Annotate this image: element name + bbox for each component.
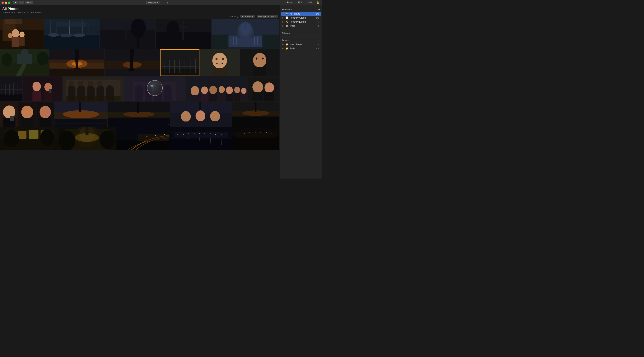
photo-cell[interactable] <box>186 76 247 102</box>
svg-rect-36 <box>179 26 187 28</box>
sidebar-item-recently-added[interactable]: ▶ 🕐 Recently Added 149 <box>281 16 321 20</box>
add-album-button[interactable]: + <box>318 32 320 34</box>
photo-cell[interactable] <box>0 76 22 102</box>
photo-cell[interactable] <box>105 49 160 76</box>
photo-cell[interactable] <box>124 76 186 102</box>
sidebar-item-all-photos[interactable]: ▶ 📷 All Photos 149 <box>281 12 321 16</box>
close-button[interactable] <box>2 2 4 4</box>
titlebar: ⬆ ← ⊞ ▾ Medium ▾ − + Library Edit Info 🔒 <box>0 0 322 5</box>
nav-back-button[interactable]: ← <box>19 1 24 4</box>
svg-rect-108 <box>78 81 83 86</box>
svg-point-52 <box>2 53 12 66</box>
zoom-plus-button[interactable]: + <box>166 1 169 4</box>
photo-cell[interactable] <box>50 49 104 76</box>
zoom-medium-button[interactable]: Medium ▾ <box>146 1 160 4</box>
svg-point-207 <box>188 134 189 134</box>
photo-cell[interactable] <box>44 19 99 49</box>
photo-cell[interactable] <box>200 49 239 76</box>
sidebar-divider <box>282 36 320 36</box>
sidebar-item-paris[interactable]: ▶ 📁 Paris 104 <box>281 46 321 50</box>
svg-point-223 <box>244 133 245 134</box>
svg-rect-7 <box>19 37 24 46</box>
svg-point-100 <box>32 82 41 91</box>
photo-cell[interactable] <box>100 19 155 49</box>
photo-cell[interactable] <box>18 102 36 127</box>
svg-point-167 <box>196 110 206 121</box>
sidebar-item-recently-edited[interactable]: ▶ ✏️ Recently Edited 7 <box>281 20 321 24</box>
photo-cell[interactable] <box>62 76 124 102</box>
photo-cell[interactable] <box>232 127 280 150</box>
sidebar-item-count: 0 <box>318 25 319 27</box>
svg-rect-30 <box>100 19 155 34</box>
svg-point-183 <box>4 130 19 148</box>
sidebar-item-trash[interactable]: ▶ 🗑 Trash 0 <box>281 24 321 28</box>
svg-point-136 <box>264 82 274 93</box>
zoom-minus-button[interactable]: − <box>161 1 164 4</box>
photo-cell[interactable] <box>248 76 280 102</box>
photo-cell[interactable] <box>54 102 108 127</box>
svg-rect-128 <box>226 94 233 102</box>
upload-button[interactable]: ⬆ <box>13 1 18 4</box>
svg-point-129 <box>234 87 240 93</box>
photo-cell[interactable] <box>240 49 280 76</box>
sidebar-item-count: 7 <box>318 21 319 23</box>
photo-cell[interactable] <box>232 102 280 127</box>
photo-cell[interactable] <box>0 127 58 150</box>
maximize-button[interactable] <box>8 2 10 4</box>
svg-rect-5 <box>12 37 20 47</box>
photo-cell-selected[interactable] <box>160 49 200 76</box>
svg-rect-180 <box>28 130 38 138</box>
svg-rect-104 <box>49 89 52 93</box>
sort-dropdown[interactable]: By Capture Time ▾ <box>256 15 278 18</box>
photo-cell[interactable] <box>170 102 232 127</box>
tab-info[interactable]: Info <box>305 0 314 5</box>
svg-point-134 <box>252 81 263 93</box>
folder-icon: 📁 <box>285 43 289 46</box>
svg-point-225 <box>255 132 256 132</box>
svg-point-4 <box>12 29 20 38</box>
svg-point-206 <box>183 134 184 135</box>
photo-cell[interactable] <box>0 102 18 127</box>
photo-cell[interactable] <box>0 19 44 49</box>
photo-cell[interactable] <box>0 49 49 76</box>
photo-cell[interactable] <box>169 127 232 150</box>
svg-point-86 <box>253 53 266 68</box>
svg-rect-69 <box>128 69 134 71</box>
svg-point-84 <box>222 58 224 60</box>
svg-rect-122 <box>201 94 208 102</box>
svg-rect-101 <box>32 91 41 102</box>
svg-point-33 <box>166 21 179 38</box>
svg-point-8 <box>8 33 12 38</box>
svg-marker-160 <box>137 102 139 113</box>
titlebar-right: Library Edit Info 🔒 <box>283 0 320 5</box>
tab-library[interactable]: Library <box>283 0 295 5</box>
svg-rect-82 <box>212 68 227 76</box>
photo-cell[interactable] <box>156 19 211 49</box>
svg-point-222 <box>238 134 239 134</box>
add-shortcut-button[interactable]: + <box>318 8 320 11</box>
minimize-button[interactable] <box>5 2 7 4</box>
grid-row-1 <box>0 19 280 49</box>
photo-cell[interactable] <box>23 76 62 102</box>
photo-cell[interactable] <box>58 127 116 150</box>
filter-bar: Showing: All Photos ▾ By Capture Time ▾ <box>0 14 280 19</box>
showing-dropdown[interactable]: All Photos ▾ <box>240 15 255 18</box>
svg-point-117 <box>150 85 154 87</box>
photo-cell[interactable] <box>212 19 280 49</box>
photo-cell[interactable] <box>36 102 54 127</box>
svg-rect-79 <box>162 66 198 67</box>
traffic-lights <box>2 2 10 4</box>
svg-point-131 <box>241 88 246 94</box>
svg-point-20 <box>60 34 73 37</box>
tab-edit[interactable]: Edit <box>296 0 305 5</box>
svg-rect-99 <box>23 76 62 102</box>
view-toggle-button[interactable]: ⊞ ▾ <box>25 1 32 4</box>
photo-cell[interactable]: ♡ <box>108 102 170 127</box>
svg-point-209 <box>199 133 200 134</box>
svg-marker-174 <box>255 102 256 112</box>
svg-marker-152 <box>80 102 81 112</box>
photo-cell[interactable] <box>116 127 169 150</box>
svg-point-143 <box>21 106 33 118</box>
sidebar-item-misc-photos[interactable]: ▶ 📁 Misc photos 45 <box>281 42 321 46</box>
add-folder-button[interactable]: + <box>318 39 320 42</box>
